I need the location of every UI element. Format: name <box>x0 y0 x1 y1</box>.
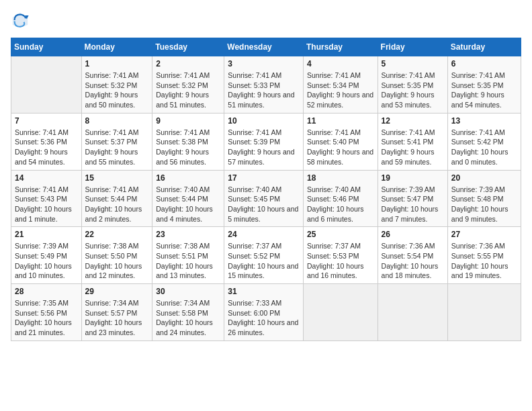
day-info: Sunrise: 7:40 AMSunset: 5:46 PMDaylight:… <box>307 185 374 224</box>
column-header-tuesday: Tuesday <box>152 38 224 56</box>
calendar-week-1: 1Sunrise: 7:41 AMSunset: 5:32 PMDaylight… <box>11 56 521 113</box>
logo <box>11 11 32 30</box>
calendar-cell <box>447 284 521 341</box>
day-number: 24 <box>228 230 300 239</box>
day-number: 3 <box>228 59 300 68</box>
day-number: 29 <box>85 287 149 296</box>
calendar-cell: 7Sunrise: 7:41 AMSunset: 5:36 PMDaylight… <box>11 113 82 170</box>
column-header-saturday: Saturday <box>447 38 521 56</box>
day-number: 17 <box>228 173 300 183</box>
day-info: Sunrise: 7:35 AMSunset: 5:56 PMDaylight:… <box>15 298 78 338</box>
calendar-table: SundayMondayTuesdayWednesdayThursdayFrid… <box>11 38 521 341</box>
day-number: 30 <box>156 287 220 296</box>
calendar-week-2: 7Sunrise: 7:41 AMSunset: 5:36 PMDaylight… <box>11 113 521 170</box>
calendar-cell: 30Sunrise: 7:34 AMSunset: 5:58 PMDayligh… <box>152 284 224 341</box>
day-info: Sunrise: 7:36 AMSunset: 5:54 PMDaylight:… <box>382 241 444 281</box>
day-number: 5 <box>382 59 444 68</box>
calendar-cell: 9Sunrise: 7:41 AMSunset: 5:38 PMDaylight… <box>152 113 224 170</box>
calendar-cell: 22Sunrise: 7:38 AMSunset: 5:50 PMDayligh… <box>81 227 152 284</box>
day-info: Sunrise: 7:39 AMSunset: 5:48 PMDaylight:… <box>451 185 517 224</box>
day-info: Sunrise: 7:41 AMSunset: 5:35 PMDaylight:… <box>382 71 444 110</box>
calendar-header-row: SundayMondayTuesdayWednesdayThursdayFrid… <box>11 38 521 56</box>
calendar-cell: 19Sunrise: 7:39 AMSunset: 5:47 PMDayligh… <box>378 170 447 227</box>
day-info: Sunrise: 7:39 AMSunset: 5:49 PMDaylight:… <box>15 241 78 281</box>
calendar-week-3: 14Sunrise: 7:41 AMSunset: 5:43 PMDayligh… <box>11 170 521 227</box>
day-info: Sunrise: 7:40 AMSunset: 5:44 PMDaylight:… <box>156 185 220 224</box>
day-number: 26 <box>382 230 444 239</box>
calendar-cell: 20Sunrise: 7:39 AMSunset: 5:48 PMDayligh… <box>447 170 521 227</box>
day-number: 1 <box>85 59 149 68</box>
calendar-cell <box>11 56 82 113</box>
calendar-cell: 27Sunrise: 7:36 AMSunset: 5:55 PMDayligh… <box>447 227 521 284</box>
day-info: Sunrise: 7:41 AMSunset: 5:41 PMDaylight:… <box>382 128 444 167</box>
calendar-cell <box>378 284 447 341</box>
day-info: Sunrise: 7:41 AMSunset: 5:43 PMDaylight:… <box>15 185 78 224</box>
page-header <box>11 11 521 30</box>
day-number: 15 <box>85 173 149 183</box>
day-info: Sunrise: 7:39 AMSunset: 5:47 PMDaylight:… <box>382 185 444 224</box>
day-info: Sunrise: 7:41 AMSunset: 5:36 PMDaylight:… <box>15 128 78 167</box>
calendar-cell: 14Sunrise: 7:41 AMSunset: 5:43 PMDayligh… <box>11 170 82 227</box>
day-info: Sunrise: 7:41 AMSunset: 5:32 PMDaylight:… <box>156 71 220 110</box>
day-number: 6 <box>451 59 517 68</box>
day-number: 21 <box>15 230 78 239</box>
day-number: 16 <box>156 173 220 183</box>
day-info: Sunrise: 7:38 AMSunset: 5:51 PMDaylight:… <box>156 241 220 281</box>
day-info: Sunrise: 7:33 AMSunset: 6:00 PMDaylight:… <box>228 298 300 338</box>
day-info: Sunrise: 7:41 AMSunset: 5:44 PMDaylight:… <box>85 185 149 224</box>
day-number: 22 <box>85 230 149 239</box>
column-header-monday: Monday <box>81 38 152 56</box>
day-info: Sunrise: 7:41 AMSunset: 5:39 PMDaylight:… <box>228 128 300 167</box>
calendar-cell: 28Sunrise: 7:35 AMSunset: 5:56 PMDayligh… <box>11 284 82 341</box>
calendar-cell: 21Sunrise: 7:39 AMSunset: 5:49 PMDayligh… <box>11 227 82 284</box>
day-info: Sunrise: 7:34 AMSunset: 5:57 PMDaylight:… <box>85 298 149 338</box>
day-number: 12 <box>382 116 444 126</box>
day-number: 31 <box>228 287 300 296</box>
calendar-cell: 1Sunrise: 7:41 AMSunset: 5:32 PMDaylight… <box>81 56 152 113</box>
calendar-cell: 2Sunrise: 7:41 AMSunset: 5:32 PMDaylight… <box>152 56 224 113</box>
day-info: Sunrise: 7:37 AMSunset: 5:53 PMDaylight:… <box>307 241 374 281</box>
day-info: Sunrise: 7:41 AMSunset: 5:32 PMDaylight:… <box>85 71 149 110</box>
calendar-cell: 4Sunrise: 7:41 AMSunset: 5:34 PMDaylight… <box>303 56 378 113</box>
calendar-cell: 26Sunrise: 7:36 AMSunset: 5:54 PMDayligh… <box>378 227 447 284</box>
day-number: 9 <box>156 116 220 126</box>
day-number: 13 <box>451 116 517 126</box>
day-number: 20 <box>451 173 517 183</box>
day-number: 11 <box>307 116 374 126</box>
calendar-cell: 12Sunrise: 7:41 AMSunset: 5:41 PMDayligh… <box>378 113 447 170</box>
day-info: Sunrise: 7:41 AMSunset: 5:33 PMDaylight:… <box>228 71 300 110</box>
calendar-cell: 25Sunrise: 7:37 AMSunset: 5:53 PMDayligh… <box>303 227 378 284</box>
column-header-wednesday: Wednesday <box>224 38 304 56</box>
day-info: Sunrise: 7:37 AMSunset: 5:52 PMDaylight:… <box>228 241 300 281</box>
day-number: 10 <box>228 116 300 126</box>
day-number: 14 <box>15 173 78 183</box>
day-number: 23 <box>156 230 220 239</box>
calendar-cell: 5Sunrise: 7:41 AMSunset: 5:35 PMDaylight… <box>378 56 447 113</box>
day-number: 25 <box>307 230 374 239</box>
day-number: 18 <box>307 173 374 183</box>
day-number: 19 <box>382 173 444 183</box>
calendar-cell: 8Sunrise: 7:41 AMSunset: 5:37 PMDaylight… <box>81 113 152 170</box>
day-info: Sunrise: 7:41 AMSunset: 5:34 PMDaylight:… <box>307 71 374 110</box>
day-info: Sunrise: 7:38 AMSunset: 5:50 PMDaylight:… <box>85 241 149 281</box>
day-info: Sunrise: 7:41 AMSunset: 5:42 PMDaylight:… <box>451 128 517 167</box>
calendar-cell: 10Sunrise: 7:41 AMSunset: 5:39 PMDayligh… <box>224 113 304 170</box>
logo-icon <box>11 11 30 30</box>
day-info: Sunrise: 7:41 AMSunset: 5:37 PMDaylight:… <box>85 128 149 167</box>
column-header-thursday: Thursday <box>303 38 378 56</box>
calendar-cell: 24Sunrise: 7:37 AMSunset: 5:52 PMDayligh… <box>224 227 304 284</box>
calendar-cell: 16Sunrise: 7:40 AMSunset: 5:44 PMDayligh… <box>152 170 224 227</box>
calendar-cell: 29Sunrise: 7:34 AMSunset: 5:57 PMDayligh… <box>81 284 152 341</box>
column-header-sunday: Sunday <box>11 38 82 56</box>
day-info: Sunrise: 7:34 AMSunset: 5:58 PMDaylight:… <box>156 298 220 338</box>
day-info: Sunrise: 7:41 AMSunset: 5:38 PMDaylight:… <box>156 128 220 167</box>
column-header-friday: Friday <box>378 38 447 56</box>
day-number: 4 <box>307 59 374 68</box>
calendar-cell <box>303 284 378 341</box>
calendar-cell: 17Sunrise: 7:40 AMSunset: 5:45 PMDayligh… <box>224 170 304 227</box>
calendar-cell: 3Sunrise: 7:41 AMSunset: 5:33 PMDaylight… <box>224 56 304 113</box>
calendar-cell: 13Sunrise: 7:41 AMSunset: 5:42 PMDayligh… <box>447 113 521 170</box>
day-number: 7 <box>15 116 78 126</box>
calendar-week-4: 21Sunrise: 7:39 AMSunset: 5:49 PMDayligh… <box>11 227 521 284</box>
day-info: Sunrise: 7:36 AMSunset: 5:55 PMDaylight:… <box>451 241 517 281</box>
